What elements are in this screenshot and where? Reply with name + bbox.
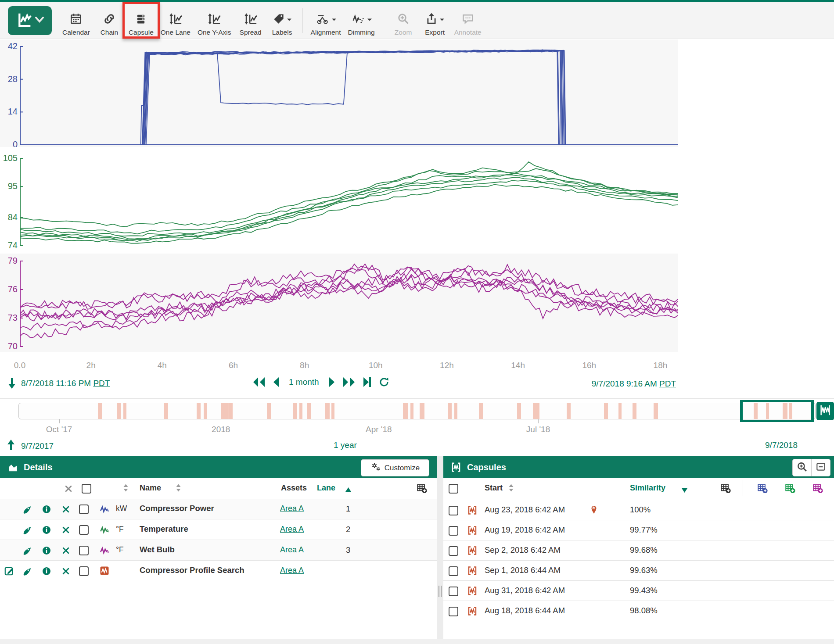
info-icon[interactable] bbox=[41, 566, 52, 576]
lane-temperature[interactable]: 105958474 bbox=[0, 147, 678, 254]
lane-plot[interactable] bbox=[20, 39, 678, 147]
edit-icon[interactable] bbox=[4, 565, 15, 576]
toolbar-labels-button[interactable]: Labels bbox=[270, 5, 295, 36]
capsule-start[interactable]: Sep 1, 2018 6:44 AM bbox=[485, 565, 561, 575]
column-name[interactable]: Name bbox=[140, 483, 161, 493]
asset-link[interactable]: Area A bbox=[280, 566, 304, 575]
select-all-capsules-checkbox[interactable] bbox=[449, 484, 458, 494]
timeline-tick bbox=[59, 419, 60, 423]
row-checkbox[interactable] bbox=[79, 525, 89, 535]
send-to-icon[interactable] bbox=[22, 566, 32, 576]
send-to-icon[interactable] bbox=[22, 525, 32, 535]
toolbar-one-y-axis-button[interactable]: One Y-Axis bbox=[198, 5, 231, 36]
range-expand-arrow-icon[interactable] bbox=[6, 439, 16, 453]
range-start-arrow-icon[interactable] bbox=[7, 377, 17, 390]
panel-resize-divider[interactable] bbox=[437, 456, 443, 639]
add-column-icon[interactable] bbox=[720, 483, 731, 494]
display-range-start[interactable]: 8/7/2018 11:16 PM PDT bbox=[21, 379, 110, 388]
page-forward-button[interactable] bbox=[342, 376, 356, 388]
capsule-start[interactable]: Aug 19, 2018 6:42 AM bbox=[485, 525, 565, 535]
remove-icon[interactable] bbox=[61, 546, 70, 555]
range-step-label[interactable]: 1 month bbox=[289, 377, 319, 387]
investigate-duration[interactable]: 1 year bbox=[334, 440, 357, 450]
lane-plot[interactable] bbox=[20, 147, 678, 254]
column-similarity[interactable]: Similarity bbox=[630, 483, 665, 493]
item-name[interactable]: Compressor Profile Search bbox=[140, 565, 244, 575]
view-selector-button[interactable] bbox=[8, 6, 52, 35]
row-checkbox[interactable] bbox=[79, 566, 89, 576]
capsule-start[interactable]: Aug 31, 2018 6:42 AM bbox=[485, 586, 565, 595]
resize-grip[interactable] bbox=[438, 586, 442, 597]
info-icon[interactable] bbox=[41, 545, 52, 556]
toolbar-alignment-button[interactable]: Alignment bbox=[311, 5, 341, 36]
column-assets[interactable]: Assets bbox=[281, 483, 307, 493]
dimming-icon bbox=[351, 12, 366, 27]
row-checkbox[interactable] bbox=[79, 504, 89, 514]
capsule-checkbox[interactable] bbox=[449, 587, 458, 596]
capsule-start[interactable]: Aug 23, 2018 6:42 AM bbox=[485, 505, 565, 515]
collapse-panel-button[interactable] bbox=[812, 459, 830, 476]
capsule-stripe bbox=[229, 403, 232, 419]
sort-desc-icon[interactable] bbox=[681, 486, 688, 495]
display-range-selector[interactable] bbox=[740, 400, 813, 422]
capsule-checkbox[interactable] bbox=[449, 546, 458, 556]
item-name[interactable]: Compressor Power bbox=[140, 504, 214, 513]
lane-plot[interactable] bbox=[20, 254, 678, 352]
lane-compressor-power[interactable]: 4228140 bbox=[0, 39, 678, 147]
timezone-link-end[interactable]: PDT bbox=[659, 379, 676, 388]
capsule-time-button[interactable] bbox=[816, 402, 834, 420]
sort-asc-icon[interactable] bbox=[345, 485, 352, 494]
go-to-end-button[interactable] bbox=[363, 376, 371, 388]
customize-button[interactable]: Customize bbox=[361, 459, 429, 476]
remove-icon[interactable] bbox=[61, 567, 70, 576]
remove-icon[interactable] bbox=[61, 526, 70, 534]
info-icon[interactable] bbox=[41, 504, 52, 515]
asset-link[interactable]: Area A bbox=[280, 545, 304, 555]
capsule-start[interactable]: Sep 2, 2018 6:42 AM bbox=[485, 545, 561, 555]
sort-icon[interactable] bbox=[123, 483, 129, 494]
asset-link[interactable]: Area A bbox=[280, 525, 304, 534]
column-lane[interactable]: Lane bbox=[317, 483, 335, 493]
lane-wet-bulb[interactable]: 79767370 bbox=[0, 254, 678, 352]
capsule-checkbox[interactable] bbox=[449, 506, 458, 515]
display-range-end[interactable]: 9/7/2018 9:16 AM PDT bbox=[592, 379, 676, 388]
page-back-button[interactable] bbox=[252, 376, 266, 388]
toolbar-one-lane-button[interactable]: One Lane bbox=[161, 5, 191, 36]
add-column-icon[interactable] bbox=[416, 483, 428, 494]
sort-icon[interactable] bbox=[508, 483, 514, 494]
asset-link[interactable]: Area A bbox=[280, 504, 304, 513]
toolbar-chain-button[interactable]: Chain bbox=[97, 5, 122, 36]
remove-icon[interactable] bbox=[61, 505, 70, 514]
info-icon[interactable] bbox=[41, 525, 52, 535]
select-all-checkbox[interactable] bbox=[82, 484, 91, 494]
auto-update-button[interactable] bbox=[378, 376, 390, 388]
add-signal-column-green-icon[interactable] bbox=[784, 483, 796, 494]
toolbar-dimming-button[interactable]: Dimming bbox=[348, 5, 375, 36]
add-signal-column-magenta-icon[interactable] bbox=[812, 483, 823, 494]
toolbar-calendar-button[interactable]: Calendar bbox=[62, 5, 90, 36]
row-checkbox[interactable] bbox=[79, 546, 89, 555]
investigate-start-date[interactable]: 9/7/2017 bbox=[21, 441, 54, 451]
zoom-to-capsule-button[interactable] bbox=[792, 459, 812, 476]
item-name[interactable]: Wet Bulb bbox=[140, 545, 175, 555]
step-forward-button[interactable] bbox=[329, 376, 335, 388]
send-to-icon[interactable] bbox=[22, 504, 32, 515]
capsule-checkbox[interactable] bbox=[449, 607, 458, 616]
toolbar-spread-button[interactable]: Spread bbox=[238, 5, 263, 36]
capsule-start[interactable]: Aug 18, 2018 6:44 AM bbox=[485, 606, 565, 615]
magnify-plus-icon bbox=[796, 461, 808, 475]
capsule-checkbox[interactable] bbox=[449, 566, 458, 576]
send-to-icon[interactable] bbox=[22, 545, 32, 556]
remove-all-icon[interactable] bbox=[64, 484, 73, 493]
timezone-link[interactable]: PDT bbox=[93, 379, 110, 388]
investigate-end-date[interactable]: 9/7/2018 bbox=[765, 440, 798, 450]
add-signal-column-blue-icon[interactable] bbox=[757, 483, 768, 494]
column-start[interactable]: Start bbox=[485, 483, 503, 493]
sort-icon[interactable] bbox=[176, 483, 181, 494]
capsule-checkbox[interactable] bbox=[449, 526, 458, 536]
toolbar-export-button[interactable]: Export bbox=[423, 5, 447, 36]
timeline-scrubber[interactable] bbox=[18, 403, 816, 419]
item-name[interactable]: Temperature bbox=[140, 524, 188, 534]
toolbar-capsule-button[interactable]: Capsule bbox=[129, 5, 154, 36]
step-back-button[interactable] bbox=[273, 376, 279, 388]
